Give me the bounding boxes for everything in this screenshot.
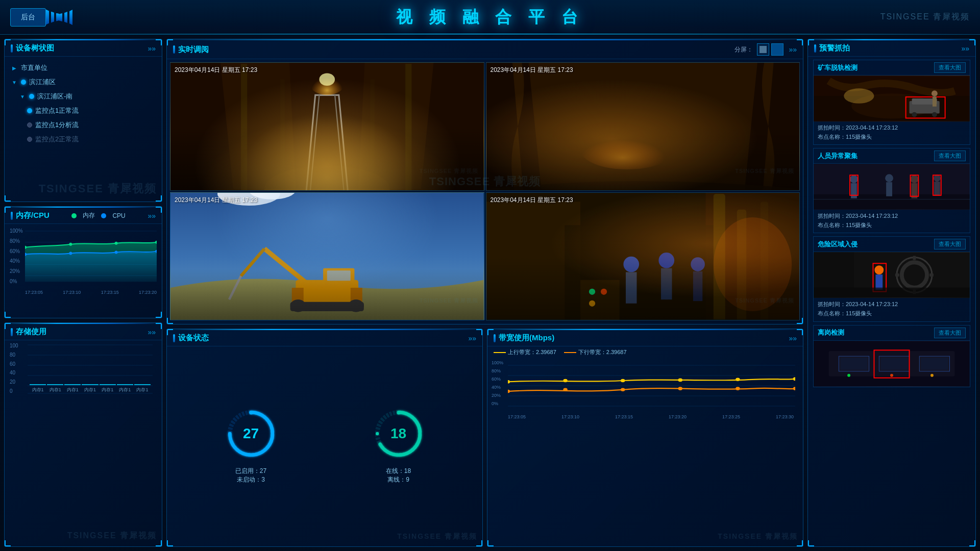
svg-rect-47	[486, 193, 800, 320]
svg-point-95	[912, 112, 917, 117]
alert-0-header: 矿车脱轨检测 查看大图	[814, 60, 970, 76]
storage-more[interactable]: »»	[148, 328, 156, 336]
video-panel-header: 实时调阅 分屏：	[167, 39, 803, 59]
tree-item-2[interactable]: ▼ 滨江浦区-南	[11, 89, 156, 104]
storage-panel: 存储使用 »» 100806040200	[4, 322, 162, 547]
video-panel-more[interactable]: »»	[789, 45, 797, 54]
bar-5: 内存1	[117, 384, 133, 393]
svg-rect-27	[170, 63, 484, 190]
video-timestamp-1: 2023年04月14日 星期五 17:23	[491, 66, 573, 74]
tree-dot-5	[27, 137, 32, 142]
left-column: 设备树状图 »» ▶ 市直单位 ▼ 滨江浦区 ▼	[4, 39, 162, 547]
alert-panel-more[interactable]: »»	[961, 44, 969, 53]
alert-3-view-btn[interactable]: 查看大图	[934, 328, 966, 338]
single-view-btn[interactable]	[757, 43, 769, 56]
svg-point-138	[890, 373, 893, 377]
alert-0-svg	[814, 76, 970, 121]
svg-rect-38	[351, 288, 362, 304]
alert-item-1: 人员异常聚集 查看大图	[813, 148, 970, 233]
device-status-header: 设备状态 »»	[167, 329, 482, 346]
video-watermark-3: TSINGSEE 青犀视频	[420, 297, 479, 305]
cpu-panel-title: 内存/CPU	[11, 211, 50, 220]
bandwidth-more[interactable]: »»	[789, 334, 797, 342]
svg-rect-108	[886, 182, 892, 196]
alert-0-view-btn[interactable]: 查看大图	[934, 62, 966, 73]
bw-y-labels: 100%80%60%40%20%0%	[492, 360, 503, 406]
svg-rect-52	[737, 209, 746, 320]
svg-rect-23	[241, 64, 247, 190]
donut-service-value: 18	[371, 406, 427, 462]
device-status-more[interactable]: »»	[468, 334, 476, 342]
page-title: 视 频 融 合 平 台	[396, 6, 584, 29]
alert-item-0: 矿车脱轨检测 查看大图	[813, 60, 970, 145]
storage-header: 存储使用 »»	[5, 323, 162, 340]
tree-item-5[interactable]: 监控点2正常流	[11, 132, 156, 146]
svg-rect-25	[280, 80, 285, 190]
alert-2-view-btn[interactable]: 查看大图	[934, 239, 966, 249]
video-panel: 实时调阅 分屏：	[166, 39, 803, 324]
svg-rect-24	[405, 64, 411, 190]
cpu-panel-more[interactable]: »»	[148, 212, 156, 220]
svg-rect-36	[296, 280, 358, 307]
svg-point-89	[793, 387, 795, 390]
alert-2-image	[814, 252, 970, 298]
svg-point-86	[621, 388, 625, 391]
svg-rect-127	[814, 253, 854, 298]
svg-point-139	[930, 373, 934, 377]
svg-point-39	[290, 299, 306, 312]
device-status-accent	[173, 334, 175, 342]
device-tree-more[interactable]: »»	[148, 44, 156, 53]
svg-point-123	[874, 266, 884, 275]
video-cell-1[interactable]: 2023年04月14日 星期五 17:23	[486, 62, 800, 191]
svg-point-10	[69, 252, 72, 255]
title-accent	[11, 44, 13, 53]
svg-point-137	[847, 373, 850, 377]
alert-item-2: 危险区域入侵 查看大图	[813, 236, 970, 321]
device-status-panel: 设备状态 »»	[166, 329, 483, 547]
bandwidth-chart-svg	[508, 360, 795, 411]
video-watermark-2: TSINGSEE 青犀视频	[735, 167, 794, 175]
grid-view-btn[interactable]	[771, 43, 783, 56]
split-screen-label: 分屏：	[734, 45, 753, 54]
tree-dot-2	[29, 94, 34, 99]
video-cell-3[interactable]: 2023年04月14日 星期五 17:23	[486, 192, 800, 321]
svg-rect-50	[565, 225, 721, 320]
svg-rect-60	[693, 271, 702, 300]
svg-point-64	[589, 300, 595, 306]
video-watermark-1: TSINGSEE 青犀视频	[420, 167, 479, 175]
cpu-panel: 内存/CPU 内存 CPU »» 100%80%60%40%20%0%	[4, 206, 162, 318]
svg-rect-33	[170, 193, 484, 320]
cpu-y-labels: 100%80%60%40%20%0%	[10, 228, 23, 284]
cpu-legend: 内存 CPU	[71, 211, 125, 220]
tree-item-4[interactable]: 监控点1分析流	[11, 118, 156, 132]
deco-bar-2	[51, 12, 54, 23]
bar-2: 内存1	[64, 384, 81, 393]
tree-item-0[interactable]: ▶ 市直单位	[11, 61, 156, 75]
backend-button[interactable]: 后台	[10, 8, 46, 27]
tree-item-1[interactable]: ▼ 滨江浦区	[11, 75, 156, 89]
storage-chart-area: 100806040200	[5, 340, 162, 395]
svg-point-84	[508, 390, 510, 393]
cpu-legend-dot	[101, 213, 106, 218]
video-timestamp-0: 2023年04月14日 星期五 17:23	[175, 66, 257, 74]
alert-panel-title: 预警抓拍	[814, 43, 850, 53]
deco-bar-5	[64, 12, 67, 23]
memory-legend-dot	[71, 213, 77, 218]
alert-3-image	[814, 341, 970, 387]
device-status-title: 设备状态	[173, 333, 209, 343]
svg-point-82	[736, 378, 740, 381]
video-cell-2[interactable]: 2023年04月14日 星期五 17:23	[170, 192, 484, 321]
svg-rect-51	[713, 194, 725, 320]
video-cell-0[interactable]: 2023年04月14日 星期五 17:23	[170, 62, 484, 191]
donut-online-legend: 已启用：27 未启动：3	[235, 467, 266, 484]
alert-panel: 预警抓拍 »» 矿车脱轨检测 查看大图	[807, 39, 976, 547]
svg-point-11	[115, 251, 118, 254]
main-content: 设备树状图 »» ▶ 市直单位 ▼ 滨江浦区 ▼	[0, 35, 980, 551]
tree-item-3[interactable]: 监控点1正常流	[11, 104, 156, 118]
watermark-storage: TSINGSEE 青犀视频	[67, 531, 157, 541]
mine-video-2-svg	[486, 63, 800, 190]
svg-point-6	[69, 243, 72, 246]
svg-rect-134	[880, 358, 908, 370]
alert-1-view-btn[interactable]: 查看大图	[934, 151, 966, 161]
svg-rect-56	[626, 272, 636, 303]
